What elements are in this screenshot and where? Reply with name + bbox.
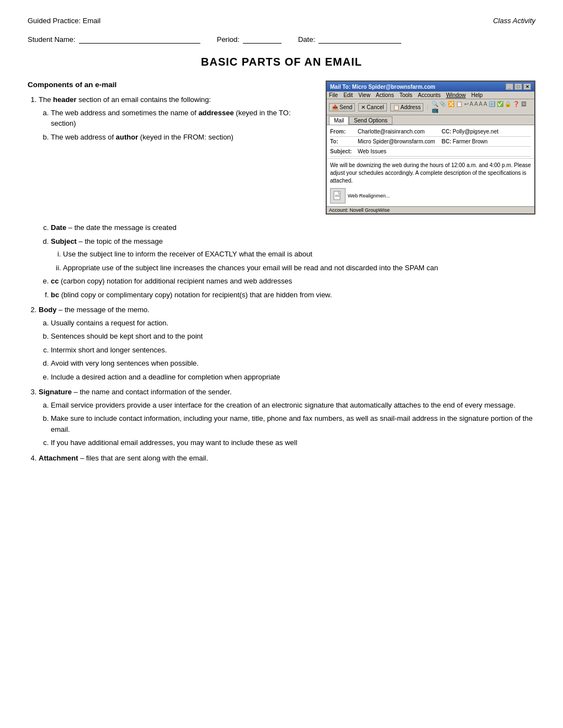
menu-window[interactable]: Window xyxy=(446,92,466,98)
list-item-1-cont: Date – the date the message is created S… xyxy=(28,222,535,300)
email-titlebar: Mail To: Micro Spider@brownsfarm.com _ □… xyxy=(327,82,534,92)
minimize-button[interactable]: _ xyxy=(506,83,513,90)
email-menu-bar: File Edit View Actions Tools Accounts Wi… xyxy=(327,92,534,99)
cc-value: Polly@pigseye.net xyxy=(453,129,531,135)
cancel-button[interactable]: ✕ Cancel xyxy=(358,103,386,111)
tab-mail[interactable]: Mail xyxy=(329,116,349,125)
continued-main-list: Date – the date the message is created S… xyxy=(28,222,535,300)
menu-actions[interactable]: Actions xyxy=(376,92,394,98)
roman-list-1d: Use the subject line to inform the recei… xyxy=(51,249,535,273)
list-item-3: Signature – the name and contact informa… xyxy=(39,387,535,448)
bc-label: BC: xyxy=(442,138,453,144)
cc-label: CC: xyxy=(442,129,453,135)
date-label: Date: xyxy=(298,35,315,44)
signature-bold: Signature xyxy=(39,388,72,396)
send-icon: 📤 xyxy=(332,104,338,110)
list-item-2: Body – the message of the memo. Usually … xyxy=(39,304,535,382)
email-body-text: We will be downizing the web during the … xyxy=(330,162,531,185)
main-list: The header section of an email contains … xyxy=(28,94,315,142)
attachment-icon[interactable] xyxy=(330,188,346,204)
body-bold: Body xyxy=(39,306,57,314)
menu-edit[interactable]: Edit xyxy=(343,92,353,98)
list-item-3a: Email service providers provide a user i… xyxy=(51,400,535,411)
top-header: Guided Practice: Email Class Activity xyxy=(28,17,535,25)
email-tabs: Mail Send Options xyxy=(327,115,534,125)
toolbar-icons: 🔍 📎 🔀 📋 ↩ A A A A 🔡 ✅ 🔒 ❓ 🖼 📺 xyxy=(432,101,532,113)
list-item-1f: bc (blind copy or complimentary copy) no… xyxy=(51,290,535,301)
sub-list-3: Email service providers provide a user i… xyxy=(39,400,535,448)
components-title: Components of an e-mail xyxy=(28,81,315,89)
student-name-label: Student Name: xyxy=(28,35,76,44)
titlebar-controls: _ □ ✕ xyxy=(506,83,531,90)
tab-send-options[interactable]: Send Options xyxy=(349,116,392,125)
subject-label: Subject: xyxy=(330,148,358,154)
list-item-1c: Date – the date the message is created xyxy=(51,222,535,233)
list-item-4: Attachment – files that are sent along w… xyxy=(39,453,535,464)
subject-bold: Subject xyxy=(51,237,77,245)
list-item-1d: Subject – the topic of the message Use t… xyxy=(51,236,535,274)
address-icon: 📋 xyxy=(393,104,400,110)
cc-bold: cc xyxy=(51,277,59,285)
content-area: Components of an e-mail The header secti… xyxy=(28,81,535,215)
from-value: Charlotte@raisinranch.com xyxy=(358,129,436,135)
send-button[interactable]: 📤 Send xyxy=(329,103,355,111)
subject-value: Web Issues xyxy=(358,148,531,154)
email-status-bar: Account: Novell GroupWise xyxy=(327,206,534,213)
from-row: From: Charlotte@raisinranch.com CC: Poll… xyxy=(330,127,531,137)
attachment-file-icon xyxy=(333,191,342,201)
list-item-2d: Avoid with very long sentences when poss… xyxy=(51,358,535,369)
to-row: To: Micro Spider@brownsfarm.com BC: Farm… xyxy=(330,137,531,147)
sub-list-2: Usually contains a request for action. S… xyxy=(39,318,535,383)
list-item-2c: Intermix short and longer sentences. xyxy=(51,345,535,356)
sub-list-1-cdef: Date – the date the message is created S… xyxy=(39,222,535,300)
page-title: Basic Parts of an Email xyxy=(28,56,535,68)
period-label: Period: xyxy=(217,35,240,44)
address-button[interactable]: 📋 Address xyxy=(390,103,424,111)
list-item-2b: Sentences should be kept short and to th… xyxy=(51,331,535,342)
bc-bold: bc xyxy=(51,291,59,299)
email-fields: From: Charlotte@raisinranch.com CC: Poll… xyxy=(327,125,534,158)
period-input[interactable] xyxy=(243,35,282,44)
from-label: From: xyxy=(330,129,358,135)
attachment-bold: Attachment xyxy=(39,454,78,462)
list-item-1d-ii: Appropriate use of the subject line incr… xyxy=(63,263,535,274)
cancel-label: Cancel xyxy=(367,104,384,110)
header-bold: header xyxy=(53,95,77,104)
menu-view[interactable]: View xyxy=(358,92,370,98)
list-item-1e: cc (carbon copy) notation for additional… xyxy=(51,276,535,287)
email-window: Mail To: Micro Spider@brownsfarm.com _ □… xyxy=(326,81,535,215)
list-item-1d-i: Use the subject line to inform the recei… xyxy=(63,249,535,260)
menu-file[interactable]: File xyxy=(329,92,338,98)
period-field: Period: xyxy=(217,35,282,44)
guided-practice-label: Guided Practice: Email xyxy=(28,17,100,25)
send-label: Send xyxy=(339,104,352,110)
close-button[interactable]: ✕ xyxy=(523,83,531,90)
email-toolbar: 📤 Send ✕ Cancel 📋 Address | 🔍 📎 🔀 📋 ↩ A … xyxy=(327,99,534,115)
bc-value: Farmer Brown xyxy=(453,138,531,144)
menu-help[interactable]: Help xyxy=(471,92,483,98)
left-column: Components of an e-mail The header secti… xyxy=(28,81,315,215)
full-list-continuation: Date – the date the message is created S… xyxy=(28,222,535,463)
email-attachment: Web Realignmen... xyxy=(330,188,531,204)
toolbar-divider: | xyxy=(427,104,428,110)
list-item-3c: If you have additional email addresses, … xyxy=(51,437,535,448)
email-screenshot: Mail To: Micro Spider@brownsfarm.com _ □… xyxy=(326,81,535,215)
author-bold: author xyxy=(116,133,138,141)
list-item-1: The header section of an email contains … xyxy=(39,94,315,142)
list-item-1a: The web address and sometimes the name o… xyxy=(51,108,315,129)
to-value: Micro Spider@brownsfarm.com xyxy=(358,138,436,144)
class-activity-label: Class Activity xyxy=(493,17,535,25)
sub-list-1: The web address and sometimes the name o… xyxy=(39,108,315,143)
list-item-2e: Include a desired action and a deadline … xyxy=(51,372,535,383)
addressee-bold: addressee xyxy=(198,109,233,117)
date-input[interactable] xyxy=(318,35,401,44)
list-item-1b: The web address of author (keyed in the … xyxy=(51,132,315,143)
attachment-label: Web Realignmen... xyxy=(348,192,390,200)
list-item-3b: Make sure to include contact information… xyxy=(51,413,535,435)
menu-accounts[interactable]: Accounts xyxy=(418,92,440,98)
menu-tools[interactable]: Tools xyxy=(400,92,412,98)
student-name-input[interactable] xyxy=(79,35,200,44)
student-info-line: Student Name: Period: Date: xyxy=(28,35,535,44)
cancel-icon: ✕ xyxy=(361,104,365,110)
maximize-button[interactable]: □ xyxy=(514,83,522,90)
